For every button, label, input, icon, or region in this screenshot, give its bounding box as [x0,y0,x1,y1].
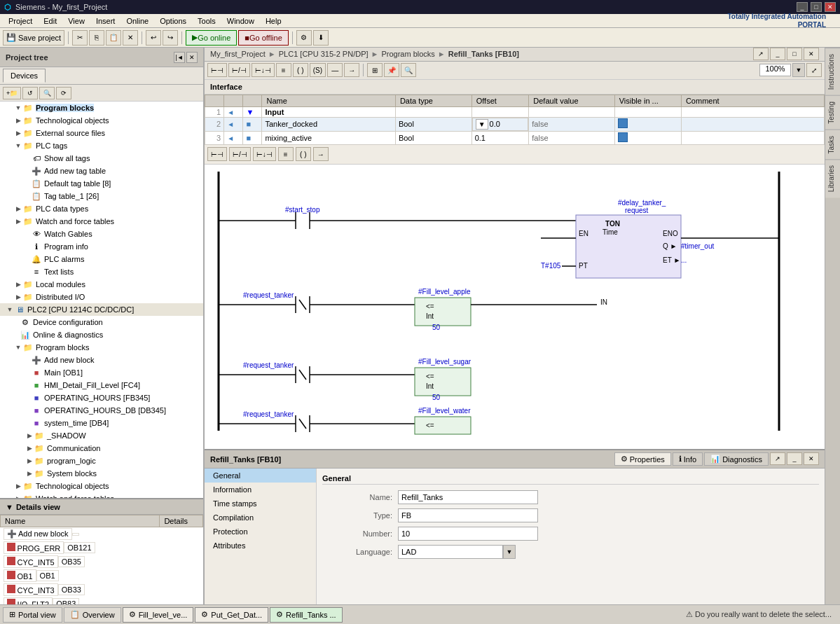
ed-btn-9[interactable]: ⊞ [367,63,383,77]
prop-nav-compilation[interactable]: Compilation [205,511,316,525]
tree-item-program-logic[interactable]: ▶ 📁 program_logic [0,455,203,467]
tree-item-system-blocks[interactable]: ▶ 📁 System blocks [0,467,203,480]
lad-tool-4[interactable]: ≡ [278,147,294,161]
menu-window[interactable]: Window [221,15,260,27]
tree-item-add-new-block[interactable]: ➕ Add new block [0,354,203,366]
tab-devices[interactable]: Devices [3,69,46,83]
prop-type-input[interactable] [398,508,538,522]
fill-level-btn[interactable]: ⚙ Fill_level_ve... [123,607,194,623]
new-folder-btn[interactable]: +📁 [3,87,21,99]
tree-item-program-blocks-1[interactable]: ▼ 📁 Program blocks [0,102,203,114]
ed-btn-4[interactable]: ≡ [276,63,291,77]
bc-min-btn[interactable]: _ [770,48,785,60]
tree-item-sys-time-db[interactable]: ■ system_time [DB4] [0,417,203,429]
editor-diagram-wrapper[interactable]: ⊢⊣ ⊢/⊣ ⊢↓⊣ ≡ ( ) → [205,145,825,449]
tree-item-communication[interactable]: ▶ 📁 Communication [0,442,203,455]
details-row-cyc-int5[interactable]: CYC_INT5 OB35 [1,555,160,569]
tree-item-plc-data-types[interactable]: ▶ 📁 PLC data types [0,202,203,215]
details-row-ob1[interactable]: OB1 OB1 [1,569,160,583]
search-tree-btn[interactable]: 🔍 [39,87,55,99]
lad-tool-1[interactable]: ⊢⊣ [207,147,227,161]
refill-tanks-btn[interactable]: ⚙ Refill_Tanks ... [270,607,343,623]
ed-btn-7[interactable]: — [327,63,343,77]
tree-item-text-lists-1[interactable]: ≡ Text lists [0,265,203,278]
menu-edit[interactable]: Edit [38,15,62,27]
tree-item-watch-gables[interactable]: 👁 Watch Gables [0,228,203,240]
download-btn[interactable]: ⬇ [313,30,329,46]
go-offline-btn[interactable]: ■ Go offline [238,30,289,46]
tree-item-online-diag[interactable]: 📊 Online & diagnostics [0,328,203,341]
lad-tool-3[interactable]: ⊢↓⊣ [253,147,276,161]
menu-tools[interactable]: Tools [192,15,221,27]
rs-tab-testing[interactable]: Testing [825,95,840,130]
prop-close-btn[interactable]: ✕ [804,452,819,465]
tree-item-tech-objects-1[interactable]: ▶ 📁 Technological objects [0,114,203,127]
rs-tab-instructions[interactable]: Instructions [825,48,840,95]
put-get-btn[interactable]: ⚙ Put_Get_Dat... [195,607,268,623]
tab-info[interactable]: ℹ Info [673,452,703,466]
rs-tab-tasks[interactable]: Tasks [825,130,840,160]
overview-btn[interactable]: 📋 Overview [64,607,121,623]
delete-btn[interactable]: ✕ [123,30,138,46]
ed-btn-2[interactable]: ⊢/⊣ [228,63,250,77]
menu-view[interactable]: View [62,15,90,27]
tree-item-plc-alarms[interactable]: 🔔 PLC alarms [0,253,203,265]
portal-view-btn[interactable]: ⊞ Portal view [3,607,62,623]
menu-project[interactable]: Project [3,15,38,27]
pt-close-btn[interactable]: ✕ [186,52,198,63]
tree-item-distributed-io[interactable]: ▶ 📁 Distributed I/O [0,291,203,303]
prop-nav-information[interactable]: Information [205,483,316,497]
details-expand-btn[interactable]: ▼ [6,503,13,511]
prop-nav-attributes[interactable]: Attributes [205,539,316,553]
paste-btn[interactable]: 📋 [106,30,121,46]
tree-item-tag-table-1[interactable]: 📋 Tag table_1 [26] [0,190,203,202]
menu-help[interactable]: Help [260,15,287,27]
tree-item-watch-force-1[interactable]: ▶ 📁 Watch and force tables [0,215,203,228]
details-row-add[interactable]: ➕ Add new block [1,527,160,541]
details-row-cyc-int3[interactable]: CYC_INT3 OB33 [1,583,160,597]
rs-tab-libraries[interactable]: Libraries [825,159,840,197]
ed-btn-10[interactable]: 📌 [384,63,399,77]
save-project-btn[interactable]: 💾 Save project [3,30,64,46]
prop-nav-timestamps[interactable]: Time stamps [205,497,316,511]
tree-item-op-hours-db[interactable]: ■ OPERATING_HOURS_DB [DB345] [0,404,203,417]
prop-name-input[interactable] [398,490,538,504]
go-online-btn[interactable]: ▶ Go online [186,30,237,46]
redo-btn[interactable]: ↪ [163,30,178,46]
tree-item-program-blocks-2[interactable]: ▼ 📁 Program blocks [0,341,203,354]
menu-insert[interactable]: Insert [90,15,121,27]
sync-btn[interactable]: ↺ [22,87,38,99]
lad-tool-6[interactable]: → [313,147,329,161]
tree-refresh-btn[interactable]: ⟳ [56,87,71,99]
tree-item-hmi-detail[interactable]: ■ HMI_Detail_Fill_Level [FC4] [0,379,203,391]
tree-item-plc-tags[interactable]: ▼ 📁 PLC tags [0,139,203,152]
bc-max-btn[interactable]: □ [787,48,802,60]
tree-item-main-ob1[interactable]: ■ Main [OB1] [0,366,203,379]
menu-online[interactable]: Online [121,15,154,27]
prop-nav-general[interactable]: General [205,469,316,483]
prop-undock-btn[interactable]: ↗ [770,452,785,465]
tree-item-default-tag[interactable]: 📋 Default tag table [8] [0,177,203,190]
ed-expand-btn[interactable]: ⤢ [806,63,822,77]
tab-properties[interactable]: ⚙ Properties [614,452,671,466]
prop-number-input[interactable] [398,527,538,541]
tree-item-device-config-2[interactable]: ⚙ Device configuration [0,316,203,328]
lad-tool-5[interactable]: ( ) [296,147,311,161]
ed-btn-6[interactable]: (S) [310,63,326,77]
prop-min-btn[interactable]: _ [787,452,802,465]
tree-item-shadow[interactable]: ▶ 📁 _SHADOW [0,429,203,442]
prop-lang-dropdown-btn[interactable]: ▼ [503,545,516,559]
tree-item-op-hours-fb[interactable]: ■ OPERATING_HOURS [FB345] [0,391,203,404]
tree-item-local-modules[interactable]: ▶ 📁 Local modules [0,278,203,291]
zoom-dropdown-btn[interactable]: ▼ [792,63,805,77]
ed-btn-8[interactable]: → [344,63,359,77]
ed-btn-3[interactable]: ⊢↓⊣ [252,63,275,77]
tree-item-tech-objects-2[interactable]: ▶ 📁 Technological objects [0,480,203,492]
details-row-prog-err[interactable]: PROG_ERR OB121 [1,541,160,555]
copy-btn[interactable]: ⎘ [89,30,104,46]
tab-diagnostics[interactable]: 📊 Diagnostics [704,452,769,466]
cut-btn[interactable]: ✂ [72,30,88,46]
ed-btn-1[interactable]: ⊢⊣ [207,63,227,77]
prop-nav-protection[interactable]: Protection [205,525,316,539]
tree-item-program-info-1[interactable]: ℹ Program info [0,240,203,253]
